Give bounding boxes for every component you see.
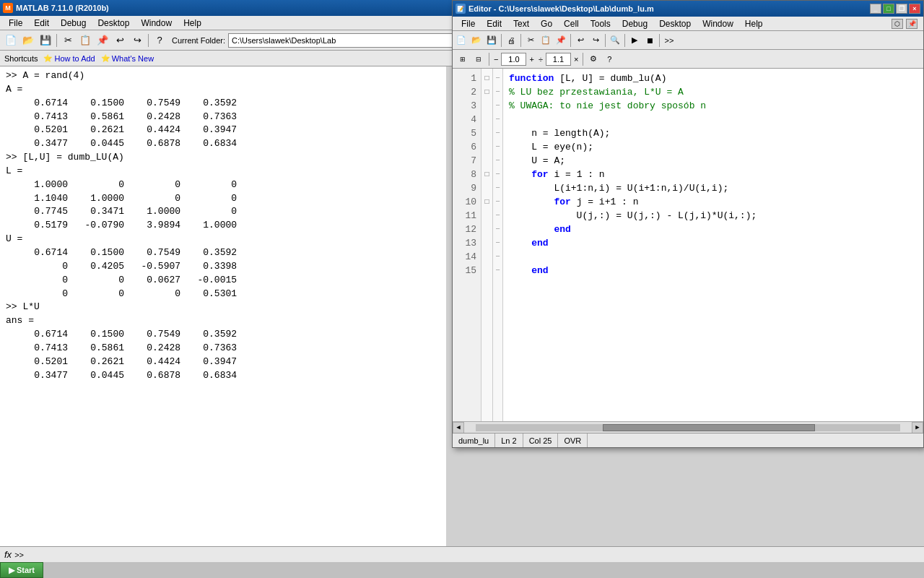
fold-13 — [481, 236, 492, 250]
editor-maximize-btn[interactable]: □ — [883, 4, 894, 14]
editor-detach-btn[interactable]: ⬡ — [892, 19, 903, 29]
prompt-symbol: >> — [14, 551, 24, 559]
editor-print-btn[interactable]: 🖨 — [504, 33, 518, 48]
editor-menu-go[interactable]: Go — [535, 17, 558, 30]
editor-menu-window[interactable]: Window — [697, 17, 739, 30]
fold-1[interactable]: □ — [481, 72, 492, 85]
editor-menu-edit[interactable]: Edit — [481, 17, 507, 30]
editor-profile-btn[interactable]: ⚙ — [586, 52, 601, 66]
editor-menu-tools[interactable]: Tools — [585, 17, 616, 30]
cmd-line-30: 0.3477 0.0445 0.6878 0.6834 — [6, 369, 440, 383]
fold-12 — [481, 223, 492, 236]
menu-help[interactable]: Help — [178, 16, 207, 30]
hscroll-right-arrow[interactable]: ▶ — [912, 422, 923, 434]
dash-2: – — [493, 85, 502, 99]
line-num-11: 11 — [453, 209, 481, 223]
code-line-9: L(i+1:n,i) = U(i+1:n,i)/U(i,i); — [509, 181, 918, 195]
fold-10[interactable]: □ — [481, 195, 492, 209]
shortcut-how-to-add[interactable]: ⭐ How to Add — [43, 54, 95, 63]
cmd-line-25: ans = — [6, 314, 440, 328]
editor-menu-help[interactable]: Help — [739, 17, 769, 30]
fold-15 — [481, 264, 492, 277]
editor-cut-btn[interactable]: ✂ — [523, 33, 538, 48]
menu-debug[interactable]: Debug — [55, 16, 92, 30]
shortcut-label-2: What's New — [112, 54, 154, 63]
line-num-14: 14 — [453, 250, 481, 264]
editor-cell-btn[interactable]: ⊞ — [456, 52, 470, 66]
editor-debug-run-btn[interactable]: ▶ — [627, 33, 642, 48]
editor-find-btn[interactable]: 🔍 — [608, 33, 622, 48]
editor-pin-btn[interactable]: 📌 — [906, 19, 918, 29]
editor-more-btn[interactable]: >> — [662, 33, 676, 48]
editor-menu-bar: File Edit Text Go Cell Tools Debug Deskt… — [453, 17, 923, 31]
editor-open-btn[interactable]: 📂 — [469, 33, 484, 48]
editor-new-btn[interactable]: 📄 — [454, 33, 468, 48]
paste-btn[interactable]: 📌 — [95, 33, 110, 48]
cmd-line-27: 0.6714 0.1500 0.7549 0.3592 — [6, 328, 440, 342]
help-btn[interactable]: ? — [152, 33, 167, 48]
redo-btn[interactable]: ↪ — [129, 33, 145, 48]
star-icon-2: ⭐ — [101, 54, 110, 62]
editor-restore-btn[interactable]: ❐ — [896, 4, 907, 14]
editor-help-btn[interactable]: ? — [602, 52, 616, 66]
line-num-8: 8 — [453, 168, 481, 181]
editor-menu-debug[interactable]: Debug — [616, 17, 653, 30]
command-window[interactable]: >> A = rand(4) A = 0.6714 0.1500 0.7549 … — [0, 66, 446, 562]
code-line-11: U(j,:) = U(j,:) - L(j,i)*U(i,:); — [509, 209, 918, 223]
editor-minimize-btn[interactable]: _ — [870, 4, 881, 14]
fold-8[interactable]: □ — [481, 168, 492, 181]
editor-debug-stop-btn[interactable]: ⏹ — [642, 33, 657, 48]
editor-copy-btn[interactable]: 📋 — [539, 33, 553, 48]
line-num-12: 12 — [453, 223, 481, 236]
copy-btn[interactable]: 📋 — [77, 33, 93, 48]
editor-redo-btn[interactable]: ↪ — [588, 33, 603, 48]
editor-hscroll[interactable]: ◀ ▶ — [453, 421, 923, 433]
editor-close-btn[interactable]: × — [909, 4, 920, 14]
cmd-line-13: 1.1040 1.0000 0 0 — [6, 192, 440, 206]
undo-btn[interactable]: ↩ — [112, 33, 128, 48]
shortcut-whats-new[interactable]: ⭐ What's New — [101, 54, 154, 63]
hscroll-thumb[interactable] — [603, 424, 815, 431]
editor-menu-file[interactable]: File — [456, 17, 481, 30]
cmd-line-21: 0 0 0.0627 -0.0015 — [6, 274, 440, 288]
start-icon: ▶ — [9, 566, 14, 575]
editor-menu-cell[interactable]: Cell — [558, 17, 585, 30]
editor-menu-text[interactable]: Text — [507, 17, 535, 30]
fx-label: fx — [4, 549, 12, 560]
editor-cell-btn2[interactable]: ⊟ — [471, 52, 486, 66]
hscroll-left-arrow[interactable]: ◀ — [453, 422, 464, 434]
zoom-input2[interactable] — [546, 53, 571, 66]
line-numbers: 1 2 3 4 5 6 7 8 9 10 11 12 13 14 15 — [453, 69, 481, 421]
start-button[interactable]: ▶ Start — [0, 562, 43, 578]
line-num-9: 9 — [453, 181, 481, 195]
code-area[interactable]: function [L, U] = dumb_lu(A) % LU bez pr… — [503, 69, 923, 421]
cmd-line-1: >> A = rand(4) — [6, 69, 440, 83]
editor-title: Editor - C:\Users\slawek\Desktop\Lab\dum… — [468, 4, 654, 13]
fold-3 — [481, 99, 492, 113]
new-file-btn[interactable]: 📄 — [3, 33, 19, 48]
editor-sep-8 — [583, 53, 583, 66]
status-bar: fx >> — [0, 546, 924, 562]
zoom-input[interactable] — [501, 53, 526, 66]
cut-btn[interactable]: ✂ — [60, 33, 76, 48]
editor-menu-desktop[interactable]: Desktop — [653, 17, 697, 30]
editor-controls[interactable]: _ □ ❐ × — [870, 4, 920, 14]
menu-window[interactable]: Window — [135, 16, 178, 30]
hscroll-track[interactable] — [476, 424, 900, 431]
menu-desktop[interactable]: Desktop — [92, 16, 135, 30]
fold-2[interactable]: □ — [481, 85, 492, 99]
cmd-line-20: 0 0.4205 -0.5907 0.3398 — [6, 260, 440, 274]
open-btn[interactable]: 📂 — [20, 33, 36, 48]
cmd-line-2: A = — [6, 83, 440, 97]
zoom-close[interactable]: × — [572, 55, 580, 64]
editor-mode: OVR — [558, 434, 588, 447]
folder-label: Current Folder: — [172, 36, 225, 45]
editor-undo-btn[interactable]: ↩ — [573, 33, 588, 48]
menu-file[interactable]: File — [3, 16, 28, 30]
code-line-13: end — [509, 236, 918, 250]
editor-save-btn[interactable]: 💾 — [484, 33, 499, 48]
editor-paste-btn[interactable]: 📌 — [554, 33, 568, 48]
menu-edit[interactable]: Edit — [28, 16, 55, 30]
save-btn[interactable]: 💾 — [38, 33, 53, 48]
dash-14: – — [493, 250, 502, 264]
